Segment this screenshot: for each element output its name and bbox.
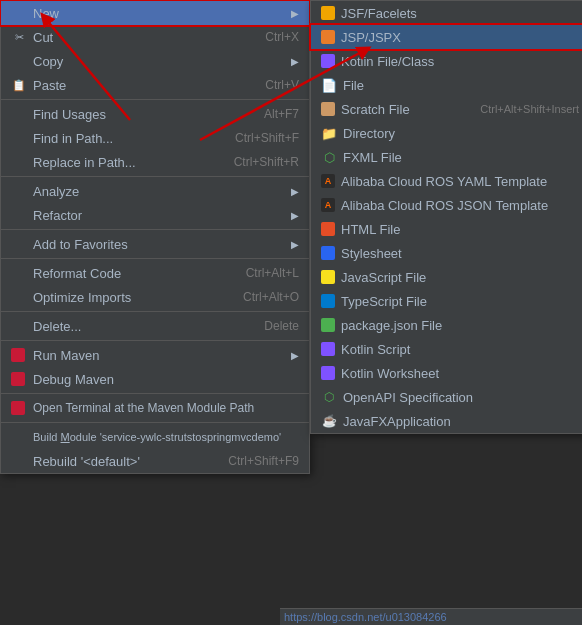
menu-item-cut[interactable]: ✂ Cut Ctrl+X <box>1 25 309 49</box>
cut-shortcut: Ctrl+X <box>265 30 299 44</box>
analyze-icon <box>11 183 27 199</box>
menu-item-debug-maven[interactable]: Debug Maven <box>1 367 309 391</box>
submenu-item-stylesheet[interactable]: Stylesheet <box>311 241 582 265</box>
menu-item-rebuild[interactable]: Rebuild '<default>' Ctrl+Shift+F9 <box>1 449 309 473</box>
fxml-icon: ⬡ <box>321 149 337 165</box>
submenu-label-kts: Kotlin Script <box>341 342 579 357</box>
submenu-item-ktw[interactable]: Kotlin Worksheet <box>311 361 582 385</box>
refactor-icon <box>11 207 27 223</box>
menu-label-find-in-path: Find in Path... <box>33 131 215 146</box>
menu-item-open-terminal[interactable]: Open Terminal at the Maven Module Path <box>1 396 309 420</box>
pkg-icon <box>321 318 335 332</box>
menu-item-analyze[interactable]: Analyze ▶ <box>1 179 309 203</box>
submenu-label-openapi: OpenAPI Specification <box>343 390 579 405</box>
menu-item-delete[interactable]: Delete... Delete <box>1 314 309 338</box>
paste-shortcut: Ctrl+V <box>265 78 299 92</box>
kts-icon <box>321 342 335 356</box>
submenu-item-html[interactable]: HTML File <box>311 217 582 241</box>
submenu-item-openapi[interactable]: ⬡ OpenAPI Specification <box>311 385 582 409</box>
menu-item-paste[interactable]: 📋 Paste Ctrl+V <box>1 73 309 97</box>
submenu-label-alibaba-yaml: Alibaba Cloud ROS YAML Template <box>341 174 579 189</box>
submenu-item-jsp[interactable]: JSP/JSPX <box>311 25 582 49</box>
menu-item-copy[interactable]: Copy ▶ <box>1 49 309 73</box>
submenu-label-js: JavaScript File <box>341 270 579 285</box>
submenu-item-scratch[interactable]: Scratch File Ctrl+Alt+Shift+Insert <box>311 97 582 121</box>
menu-label-build-module: Build Module 'service-ywlc-strutstosprin… <box>33 431 299 443</box>
submenu-item-ts[interactable]: TypeScript File <box>311 289 582 313</box>
html-icon <box>321 222 335 236</box>
find-in-path-icon <box>11 130 27 146</box>
separator-8 <box>1 422 309 423</box>
menu-item-find-usages[interactable]: Find Usages Alt+F7 <box>1 102 309 126</box>
menu-label-delete: Delete... <box>33 319 244 334</box>
run-maven-icon <box>11 348 25 362</box>
optimize-shortcut: Ctrl+Alt+O <box>243 290 299 304</box>
menu-item-find-in-path[interactable]: Find in Path... Ctrl+Shift+F <box>1 126 309 150</box>
submenu-item-pkg[interactable]: package.json File <box>311 313 582 337</box>
submenu-item-kotlin-class[interactable]: Kotlin File/Class <box>311 49 582 73</box>
arrow-refactor: ▶ <box>291 210 299 221</box>
jsp-icon <box>321 30 335 44</box>
openapi-icon: ⬡ <box>321 389 337 405</box>
build-module-icon <box>11 429 27 445</box>
submenu-label-kotlin-class: Kotlin File/Class <box>341 54 579 69</box>
submenu-label-ts: TypeScript File <box>341 294 579 309</box>
menu-item-build-module[interactable]: Build Module 'service-ywlc-strutstosprin… <box>1 425 309 449</box>
menu-label-new: New <box>33 6 283 21</box>
menu-item-run-maven[interactable]: Run Maven ▶ <box>1 343 309 367</box>
menu-label-paste: Paste <box>33 78 245 93</box>
reformat-shortcut: Ctrl+Alt+L <box>246 266 299 280</box>
separator-7 <box>1 393 309 394</box>
menu-label-rebuild: Rebuild '<default>' <box>33 454 208 469</box>
submenu-item-file[interactable]: 📄 File <box>311 73 582 97</box>
menu-item-replace-in-path[interactable]: Replace in Path... Ctrl+Shift+R <box>1 150 309 174</box>
menu-label-cut: Cut <box>33 30 245 45</box>
submenu: JSF/Facelets JSP/JSPX Kotlin File/Class … <box>310 0 582 434</box>
submenu-label-pkg: package.json File <box>341 318 579 333</box>
javafx-icon: ☕ <box>321 413 337 429</box>
submenu-item-kts[interactable]: Kotlin Script <box>311 337 582 361</box>
menu-label-copy: Copy <box>33 54 283 69</box>
menu-item-refactor[interactable]: Refactor ▶ <box>1 203 309 227</box>
submenu-item-alibaba-json[interactable]: A Alibaba Cloud ROS JSON Template <box>311 193 582 217</box>
submenu-item-alibaba-yaml[interactable]: A Alibaba Cloud ROS YAML Template <box>311 169 582 193</box>
reformat-icon <box>11 265 27 281</box>
submenu-item-jsf[interactable]: JSF/Facelets <box>311 1 582 25</box>
submenu-label-scratch: Scratch File <box>341 102 470 117</box>
submenu-label-file: File <box>343 78 579 93</box>
replace-in-path-icon <box>11 154 27 170</box>
submenu-item-fxml[interactable]: ⬡ FXML File <box>311 145 582 169</box>
submenu-label-directory: Directory <box>343 126 579 141</box>
menu-label-find-usages: Find Usages <box>33 107 244 122</box>
submenu-item-javafx[interactable]: ☕ JavaFXApplication <box>311 409 582 433</box>
submenu-label-ktw: Kotlin Worksheet <box>341 366 579 381</box>
submenu-item-js[interactable]: JavaScript File <box>311 265 582 289</box>
find-usages-shortcut: Alt+F7 <box>264 107 299 121</box>
submenu-label-jsf: JSF/Facelets <box>341 6 579 21</box>
submenu-label-stylesheet: Stylesheet <box>341 246 579 261</box>
kotlin-icon <box>321 54 335 68</box>
menu-item-new[interactable]: New ▶ <box>1 1 309 25</box>
arrow-run-maven: ▶ <box>291 350 299 361</box>
menu-item-add-favorites[interactable]: Add to Favorites ▶ <box>1 232 309 256</box>
separator-2 <box>1 176 309 177</box>
url-text: https://blog.csdn.net/u013084266 <box>284 611 447 623</box>
menu-label-optimize: Optimize Imports <box>33 290 223 305</box>
menu-label-run-maven: Run Maven <box>33 348 283 363</box>
rebuild-shortcut: Ctrl+Shift+F9 <box>228 454 299 468</box>
submenu-label-jsp: JSP/JSPX <box>341 30 579 45</box>
menu-label-replace-in-path: Replace in Path... <box>33 155 214 170</box>
menu-item-optimize-imports[interactable]: Optimize Imports Ctrl+Alt+O <box>1 285 309 309</box>
ktw-icon <box>321 366 335 380</box>
find-usages-icon <box>11 106 27 122</box>
directory-icon: 📁 <box>321 125 337 141</box>
separator-4 <box>1 258 309 259</box>
new-icon <box>11 5 27 21</box>
submenu-item-directory[interactable]: 📁 Directory <box>311 121 582 145</box>
menu-item-reformat[interactable]: Reformat Code Ctrl+Alt+L <box>1 261 309 285</box>
separator-5 <box>1 311 309 312</box>
rebuild-icon <box>11 453 27 469</box>
copy-icon <box>11 53 27 69</box>
url-bar: https://blog.csdn.net/u013084266 <box>280 608 582 625</box>
add-favorites-icon <box>11 236 27 252</box>
